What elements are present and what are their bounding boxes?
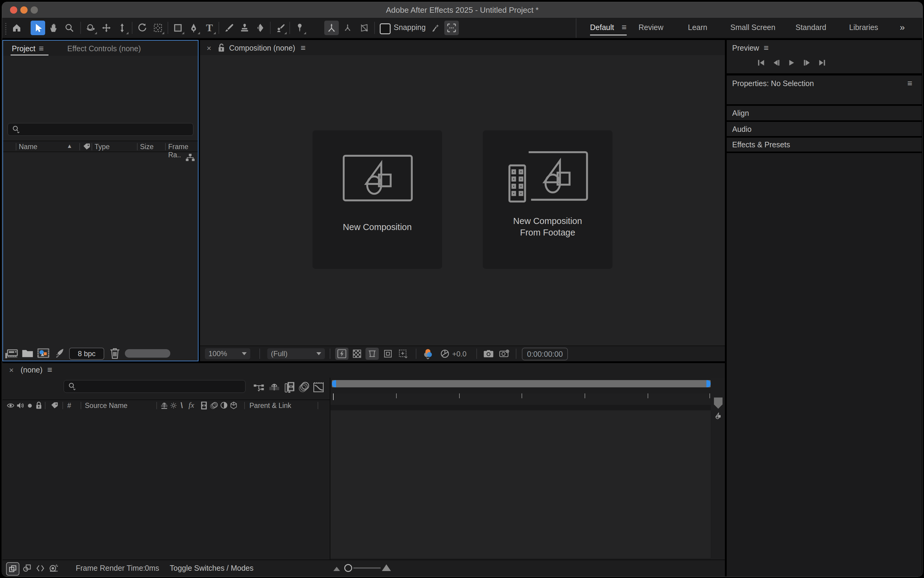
workspace-tab-learn[interactable]: Learn — [688, 18, 707, 38]
type-tool[interactable]: T — [202, 21, 217, 35]
workspace-tab-libraries[interactable]: Libraries — [849, 18, 878, 38]
horizontal-scrollbar-thumb[interactable] — [125, 349, 170, 358]
world-axis-mode-button[interactable] — [340, 21, 355, 35]
new-composition-card[interactable]: New Composition — [313, 130, 442, 269]
tab-project[interactable]: Project — [12, 44, 36, 53]
project-search-input[interactable] — [8, 123, 193, 136]
column-number[interactable]: # — [67, 402, 71, 410]
comp-marker-bin[interactable] — [713, 396, 723, 410]
motion-blur-toggle[interactable] — [297, 381, 311, 393]
workspace-tab-standard[interactable]: Standard — [796, 18, 826, 38]
dolly-camera-tool[interactable] — [115, 21, 130, 35]
column-parent-link[interactable]: Parent & Link — [250, 402, 291, 410]
show-snapshot-button[interactable] — [498, 348, 511, 359]
brush-tool[interactable] — [222, 21, 236, 35]
track-area[interactable] — [331, 411, 711, 558]
zoom-tool[interactable] — [62, 21, 77, 35]
timeline-zoom-slider-knob[interactable] — [344, 564, 352, 572]
label-column-icon[interactable] — [83, 143, 91, 151]
first-frame-button[interactable] — [757, 59, 765, 67]
tab-effect-controls[interactable]: Effect Controls (none) — [67, 44, 141, 53]
new-folder-icon[interactable] — [22, 349, 33, 358]
close-tab-icon[interactable]: × — [207, 44, 211, 53]
sort-ascending-icon[interactable]: ▲ — [66, 143, 73, 149]
snap-options-icon[interactable] — [428, 21, 443, 35]
transparency-grid-button[interactable] — [351, 348, 363, 359]
column-source-name[interactable]: Source Name — [85, 402, 128, 410]
align-panel-header[interactable]: Align — [727, 106, 922, 120]
fx-icon[interactable]: fx — [188, 401, 194, 410]
adjustment-layer-icon[interactable] — [220, 401, 228, 409]
timeline-search-input[interactable] — [64, 380, 245, 393]
clone-stamp-tool[interactable] — [237, 21, 252, 35]
home-tool[interactable] — [10, 21, 24, 35]
collapse-transformations-icon[interactable]: ☼ — [170, 401, 177, 411]
lock-icon[interactable] — [35, 402, 42, 409]
snapshot-button[interactable] — [482, 348, 495, 359]
pan-camera-tool[interactable] — [99, 21, 113, 35]
camera-tool[interactable] — [151, 21, 165, 35]
flowchart-icon[interactable] — [185, 153, 195, 162]
toggle-switches-modes-button[interactable]: Toggle Switches / Modes — [170, 564, 254, 573]
shy-switch-icon[interactable] — [160, 402, 168, 409]
zoom-in-icon[interactable] — [382, 564, 391, 571]
workspace-tab-review[interactable]: Review — [639, 18, 663, 38]
previous-frame-button[interactable] — [772, 59, 781, 67]
new-composition-from-footage-card[interactable]: New Composition From Footage — [483, 130, 613, 269]
work-area-end-handle[interactable] — [707, 380, 711, 387]
bit-depth-button[interactable]: 8 bpc — [69, 347, 104, 360]
eraser-tool[interactable] — [253, 21, 267, 35]
workspace-tab-small-screen[interactable]: Small Screen — [730, 18, 775, 38]
resolution-dropdown[interactable]: (Full) — [267, 348, 325, 359]
composition-tab-title[interactable]: Composition (none) — [229, 44, 295, 52]
label-column-icon[interactable] — [50, 401, 59, 410]
grid-and-guides-button[interactable] — [382, 348, 394, 359]
audio-panel-header[interactable]: Audio — [727, 122, 922, 136]
shy-layers-toggle[interactable] — [267, 381, 281, 393]
in-out-panes-toggle[interactable] — [34, 563, 46, 574]
workspace-menu-icon[interactable]: ≡ — [622, 23, 626, 32]
exposure-reset-icon[interactable] — [439, 348, 451, 359]
graph-editor-button[interactable] — [311, 381, 326, 393]
work-area-bar[interactable] — [332, 380, 711, 387]
project-panel-menu-icon[interactable]: ≡ — [39, 44, 44, 53]
view-options-button[interactable] — [396, 348, 410, 359]
timeline-divider[interactable] — [330, 378, 330, 560]
last-frame-button[interactable] — [818, 59, 826, 67]
magnification-dropdown[interactable]: 100% — [205, 348, 250, 359]
transfer-controls-pane-toggle[interactable] — [21, 563, 33, 574]
timeline-panel-menu-icon[interactable]: ≡ — [47, 365, 52, 374]
puppet-pin-tool[interactable] — [292, 21, 307, 35]
comp-button-icon[interactable] — [713, 412, 723, 421]
workspace-overflow-icon[interactable]: » — [900, 18, 905, 38]
frame-blend-icon[interactable] — [200, 401, 208, 410]
column-type[interactable]: Type — [94, 143, 110, 151]
exposure-value[interactable]: +0.0 — [452, 350, 466, 358]
video-eye-icon[interactable] — [6, 402, 15, 409]
pen-tool[interactable] — [186, 21, 201, 35]
hand-tool[interactable] — [46, 21, 61, 35]
quality-icon[interactable]: \ — [181, 401, 183, 410]
selection-tool[interactable] — [31, 21, 45, 35]
layer-list-area[interactable] — [2, 411, 330, 560]
delete-icon[interactable] — [110, 348, 120, 359]
local-axis-mode-button[interactable] — [324, 21, 339, 35]
rotation-tool[interactable] — [135, 21, 149, 35]
three-d-layer-icon[interactable] — [230, 401, 238, 410]
composition-panel-menu-icon[interactable]: ≡ — [301, 44, 305, 52]
close-tab-icon[interactable]: × — [9, 365, 14, 375]
effects-presets-panel-header[interactable]: Effects & Presets — [727, 138, 922, 151]
play-button[interactable] — [787, 59, 796, 67]
timeline-tab-title[interactable]: (none) — [21, 365, 42, 374]
render-time-pane-toggle[interactable] — [47, 563, 60, 574]
selection-follows-focus-button[interactable] — [444, 21, 459, 35]
snapping-checkbox[interactable] — [380, 23, 391, 34]
motion-blur-icon[interactable] — [210, 401, 218, 410]
properties-panel-menu-icon[interactable]: ≡ — [907, 79, 912, 88]
roto-brush-tool[interactable] — [273, 21, 288, 35]
preview-panel-menu-icon[interactable]: ≡ — [764, 44, 768, 52]
audio-speaker-icon[interactable] — [16, 402, 24, 409]
channel-button[interactable] — [421, 347, 435, 360]
timecode-display[interactable]: 0:00:00:00 — [522, 347, 568, 360]
solo-icon[interactable] — [28, 404, 32, 408]
